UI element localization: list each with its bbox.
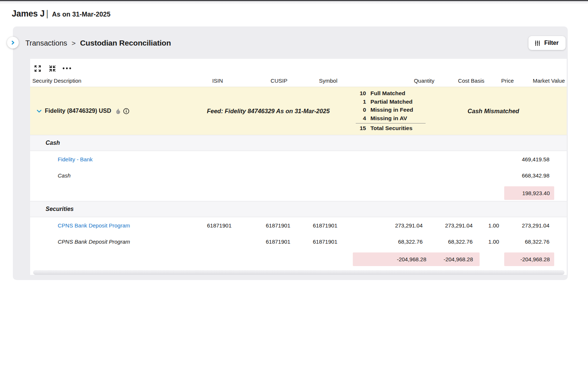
symbol-cell: 61871901 — [290, 238, 337, 245]
filter-button[interactable]: Filter — [528, 36, 566, 50]
stat-total-securities: 15 Total Securities — [348, 124, 426, 133]
mismatch-cost-basis: -204,968.28 — [426, 256, 480, 262]
price-cell: 1.00 — [473, 238, 501, 245]
column-market-value: Market Value — [514, 78, 565, 84]
column-isin: ISIN — [199, 78, 236, 84]
column-symbol: Symbol — [287, 78, 337, 84]
chevron-down-icon — [36, 108, 42, 114]
table-row: CPNS Bank Deposit Program 61871901 61871… — [30, 233, 567, 250]
market-value-cell: 469,419.58 — [501, 156, 549, 162]
flame-icon — [115, 108, 121, 114]
market-value-cell: 68,322.76 — [501, 238, 549, 245]
cusip-cell: 61871901 — [232, 222, 290, 229]
isin-cell: 61871901 — [199, 222, 232, 229]
filter-button-label: Filter — [544, 40, 559, 46]
table-row: Cash 668,342.98 — [30, 167, 567, 183]
section-header-securities: Securities — [30, 201, 567, 217]
section-title: Cash — [46, 140, 60, 146]
quantity-cell: 273,291.04 — [337, 222, 423, 229]
price-cell: 1.00 — [473, 222, 501, 229]
security-link[interactable]: CPNS Bank Deposit Program — [58, 222, 130, 229]
mismatch-market-value: -204,968.28 — [504, 252, 554, 266]
breadcrumb: Transactions > Custodian Reconciliation — [25, 39, 171, 47]
table-toolbar — [30, 59, 567, 74]
cost-basis-cell: 68,322.76 — [423, 238, 473, 245]
stats-divider — [356, 123, 426, 123]
as-on-date: As on 31-Mar-2025 — [52, 11, 110, 18]
top-fade-strip — [0, 1, 588, 4]
section-header-cash: Cash — [30, 135, 567, 151]
stat-missing-in-av: 4 Missing in AV — [348, 114, 426, 123]
cusip-cell: 61871901 — [232, 238, 290, 245]
column-security-description: Security Description — [30, 78, 199, 84]
table-row: Fidelity - Bank 469,419.58 — [30, 151, 567, 167]
mismatch-quantity-cost: -204,968.28 -204,968.28 — [353, 252, 480, 266]
status-badge: Cash Mismatched — [423, 108, 549, 115]
stat-full-matched: 10 Full Matched — [348, 89, 426, 98]
more-options-icon[interactable] — [62, 64, 71, 72]
reconciliation-table: Security Description ISIN CUSIP Symbol Q… — [30, 59, 567, 275]
chevron-right-icon — [11, 40, 15, 45]
feed-security-name: Cash — [58, 172, 71, 179]
cost-basis-cell: 273,291.04 — [423, 222, 473, 229]
feed-security-name: CPNS Bank Deposit Program — [58, 238, 130, 245]
cash-difference-row: 198,923.40 — [30, 183, 567, 201]
page-title: Custodian Reconciliation — [80, 39, 171, 47]
expand-all-icon[interactable] — [33, 64, 42, 72]
collapse-all-icon[interactable] — [48, 64, 57, 72]
column-price: Price — [484, 78, 514, 84]
quantity-cell: 68,322.76 — [337, 238, 423, 245]
reconciliation-panel: Transactions > Custodian Reconciliation … — [13, 26, 568, 280]
match-stats: 10 Full Matched 1 Partial Matched 0 Miss… — [348, 89, 426, 133]
market-value-cell: 668,342.98 — [501, 172, 549, 179]
expand-sidebar-button[interactable] — [7, 37, 19, 49]
breadcrumb-separator: > — [72, 39, 76, 47]
market-value-cell: 273,291.04 — [501, 222, 549, 229]
page-header: James J | As on 31-Mar-2025 — [0, 4, 588, 19]
horizontal-scrollbar[interactable] — [33, 270, 564, 275]
info-icon[interactable] — [123, 108, 129, 114]
column-cost-basis: Cost Basis — [434, 78, 484, 84]
security-link[interactable]: Fidelity - Bank — [58, 156, 93, 162]
section-title: Securities — [46, 206, 74, 212]
feed-description: Feed: Fidelity 84746329 As on 31-Mar-202… — [199, 108, 337, 115]
header-divider: | — [46, 9, 48, 19]
account-name: James J — [12, 9, 44, 19]
custodian-account-name: Fidelity (84746329) USD — [45, 108, 111, 114]
stat-missing-in-feed: 0 Missing in Feed — [348, 106, 426, 114]
custodian-group-toggle[interactable]: Fidelity (84746329) USD — [30, 108, 199, 114]
table-row: CPNS Bank Deposit Program 61871901 61871… — [30, 217, 567, 233]
stat-partial-matched: 1 Partial Matched — [348, 98, 426, 106]
securities-difference-row: -204,968.28 -204,968.28 -204,968.28 — [30, 250, 567, 267]
panel-header: Transactions > Custodian Reconciliation … — [13, 26, 568, 50]
symbol-cell: 61871901 — [290, 222, 337, 229]
custodian-group-row[interactable]: Fidelity (84746329) USD — [30, 87, 567, 135]
breadcrumb-transactions[interactable]: Transactions — [25, 39, 67, 47]
mismatch-market-value: 198,923.40 — [504, 186, 554, 200]
table-header-row: Security Description ISIN CUSIP Symbol Q… — [30, 74, 567, 87]
column-quantity: Quantity — [337, 78, 434, 84]
filter-sliders-icon — [534, 40, 541, 46]
mismatch-quantity: -204,968.28 — [353, 256, 426, 262]
column-cusip: CUSIP — [236, 78, 287, 84]
